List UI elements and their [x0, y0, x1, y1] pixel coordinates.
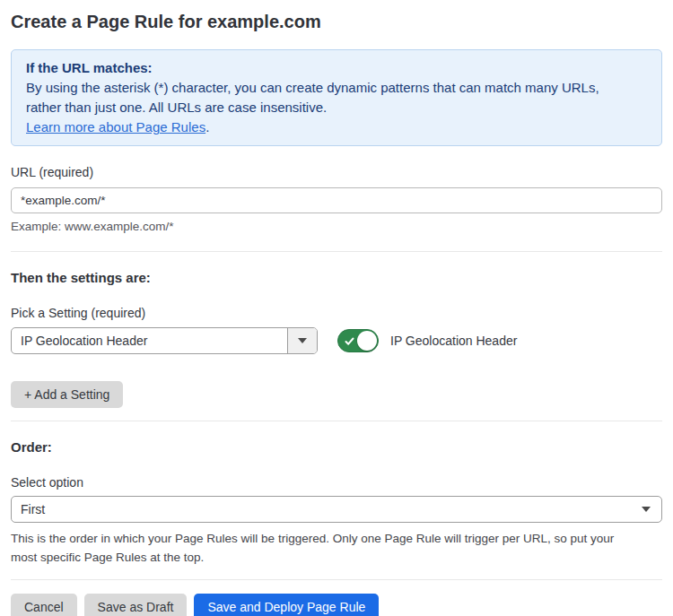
link-suffix: .	[205, 119, 209, 134]
check-icon	[344, 335, 355, 347]
order-select-label: Select option	[11, 474, 662, 490]
setting-combobox-arrow-button[interactable]	[287, 328, 317, 353]
save-as-draft-button[interactable]: Save as Draft	[84, 594, 188, 616]
setting-row: IP Geolocation Header IP Geolocation Hea…	[11, 327, 662, 354]
order-select-value: First	[21, 502, 642, 516]
ip-geolocation-toggle[interactable]	[337, 329, 379, 352]
triangle-down-icon	[298, 338, 307, 343]
url-field-label: URL (required)	[11, 164, 662, 180]
url-input[interactable]	[11, 187, 662, 213]
divider	[11, 579, 662, 580]
url-example-hint: Example: www.example.com/*	[11, 219, 662, 235]
toggle-label: IP Geolocation Header	[390, 334, 517, 348]
triangle-down-icon	[642, 507, 651, 512]
divider	[11, 251, 662, 252]
info-box-body-line2: rather than just one. All URLs are case …	[26, 98, 647, 117]
footer-actions: Cancel Save as Draft Save and Deploy Pag…	[11, 594, 662, 616]
order-help-line2: most specific Page Rules at the top.	[11, 548, 662, 567]
info-box-body-line1: By using the asterisk (*) character, you…	[26, 78, 647, 98]
pick-setting-label: Pick a Setting (required)	[11, 305, 662, 321]
order-section-heading: Order:	[11, 438, 662, 456]
save-and-deploy-button[interactable]: Save and Deploy Page Rule	[194, 594, 379, 616]
setting-combobox-value[interactable]: IP Geolocation Header	[12, 328, 287, 353]
order-select[interactable]: First	[11, 496, 662, 523]
info-box-heading: If the URL matches:	[26, 58, 647, 78]
page-title: Create a Page Rule for example.com	[11, 11, 662, 32]
create-page-rule-form: Create a Page Rule for example.com If th…	[0, 0, 673, 616]
settings-section-heading: Then the settings are:	[11, 269, 662, 287]
cancel-button[interactable]: Cancel	[11, 594, 77, 616]
add-setting-button[interactable]: + Add a Setting	[11, 381, 123, 408]
url-match-info-box: If the URL matches: By using the asteris…	[11, 49, 662, 146]
page-rules-learn-more-link[interactable]: Learn more about Page Rules	[26, 119, 205, 134]
order-help-text: This is the order in which your Page Rul…	[11, 529, 662, 567]
order-help-line1: This is the order in which your Page Rul…	[11, 529, 662, 548]
toggle-knob	[357, 331, 377, 351]
divider	[11, 421, 662, 421]
setting-combobox[interactable]: IP Geolocation Header	[11, 327, 318, 354]
